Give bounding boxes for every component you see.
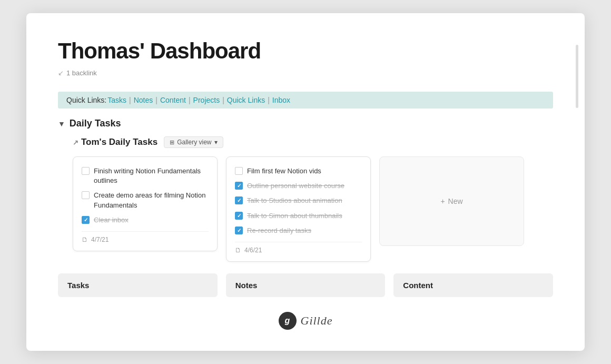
task-item: Clear inbox	[82, 215, 209, 225]
task-item: Talk to Simon about thumbnails	[235, 211, 362, 221]
gallery-view-button[interactable]: ⊞ Gallery view ▾	[164, 136, 223, 148]
footer-logo: g	[279, 312, 297, 330]
new-card-button[interactable]: + New	[379, 156, 524, 246]
task-card-1: Finish writing Notion Fundamentals outli…	[73, 156, 218, 251]
bottom-section-notes[interactable]: Notes	[226, 273, 386, 297]
checkbox-2[interactable]	[82, 191, 90, 199]
new-label: New	[448, 197, 463, 205]
quick-link-content[interactable]: Content	[160, 96, 186, 104]
daily-tasks-label: Daily Tasks	[70, 118, 121, 129]
gallery-icon: ⊞	[170, 139, 174, 146]
sep-5: |	[268, 96, 270, 104]
task-text-8: Re-record daily tasks	[247, 226, 311, 235]
checkbox-5[interactable]	[235, 182, 243, 190]
task-text-6: Talk to Studios about animation	[247, 196, 342, 205]
quick-link-inbox[interactable]: Inbox	[272, 96, 290, 104]
sep-2: |	[155, 96, 157, 104]
task-item: Outline personal website course	[235, 181, 362, 191]
quick-link-notes[interactable]: Notes	[134, 96, 153, 104]
backlink-row: ↙ 1 backlink	[58, 69, 553, 77]
gallery-view-label: Gallery view	[177, 139, 211, 146]
page-title: Thomas' Dashboard	[58, 38, 553, 64]
checkbox-6[interactable]	[235, 196, 243, 204]
task-text-3: Clear inbox	[94, 215, 129, 225]
task-text-7: Talk to Simon about thumbnails	[247, 211, 342, 221]
task-text-2: Create demo areas for filming Notion Fun…	[94, 191, 209, 210]
task-item: Talk to Studios about animation	[235, 196, 362, 205]
bottom-sections: Tasks Notes Content	[58, 273, 553, 297]
quick-link-tasks[interactable]: Tasks	[107, 96, 126, 104]
toms-daily-tasks-link[interactable]: ↗ Tom's Daily Tasks	[73, 137, 157, 147]
footer-logo-letter: g	[285, 316, 290, 326]
checkbox-4[interactable]	[235, 167, 243, 175]
task-item: Re-record daily tasks	[235, 226, 362, 235]
quick-link-quicklinks[interactable]: Quick Links	[227, 96, 265, 104]
task-text-4: Film first few Notion vids	[247, 166, 321, 176]
checkbox-1[interactable]	[82, 167, 90, 175]
task-card-2: Film first few Notion vids Outline perso…	[226, 156, 371, 262]
date-icon: 🗋	[82, 236, 88, 243]
task-item: Film first few Notion vids	[235, 166, 362, 176]
sep-4: |	[222, 96, 224, 104]
task-text-1: Finish writing Notion Fundamentals outli…	[94, 166, 209, 185]
chevron-down-icon: ▾	[214, 139, 218, 146]
task-text-5: Outline personal website course	[247, 181, 344, 191]
scrollbar[interactable]	[576, 45, 578, 108]
date-label-1: 4/7/21	[91, 236, 109, 243]
date-icon-2: 🗋	[235, 247, 241, 254]
toggle-arrow-icon[interactable]: ▼	[58, 120, 65, 128]
subsection-header: ↗ Tom's Daily Tasks ⊞ Gallery view ▾	[73, 136, 553, 148]
quick-link-projects[interactable]: Projects	[193, 96, 220, 104]
external-link-icon: ↗	[73, 139, 78, 146]
card-date-2: 🗋 4/6/21	[235, 242, 362, 254]
bottom-section-tasks[interactable]: Tasks	[58, 273, 218, 297]
footer: g Gillde	[58, 312, 553, 330]
footer-brand-name: Gillde	[301, 314, 333, 328]
task-item: Create demo areas for filming Notion Fun…	[82, 191, 209, 210]
task-item: Finish writing Notion Fundamentals outli…	[82, 166, 209, 185]
cards-row: Finish writing Notion Fundamentals outli…	[73, 156, 553, 262]
checkbox-7[interactable]	[235, 212, 243, 220]
quick-links-bar: Quick Links: Tasks | Notes | Content | P…	[58, 92, 553, 109]
bottom-section-content[interactable]: Content	[393, 273, 553, 297]
toms-daily-tasks-section: ↗ Tom's Daily Tasks ⊞ Gallery view ▾ Fin…	[73, 136, 553, 262]
quick-links-label: Quick Links:	[66, 96, 106, 104]
backlink-icon: ↙	[58, 69, 64, 77]
sep-1: |	[129, 96, 131, 104]
daily-tasks-toggle[interactable]: ▼ Daily Tasks	[58, 118, 553, 129]
checkbox-8[interactable]	[235, 227, 243, 234]
subsection-link-label: Tom's Daily Tasks	[81, 137, 157, 147]
sep-3: |	[189, 96, 191, 104]
checkbox-3[interactable]	[82, 216, 90, 224]
card-date-1: 🗋 4/7/21	[82, 231, 209, 243]
date-label-2: 4/6/21	[244, 247, 262, 254]
backlink-text: 1 backlink	[66, 69, 97, 77]
plus-icon: +	[440, 197, 445, 205]
